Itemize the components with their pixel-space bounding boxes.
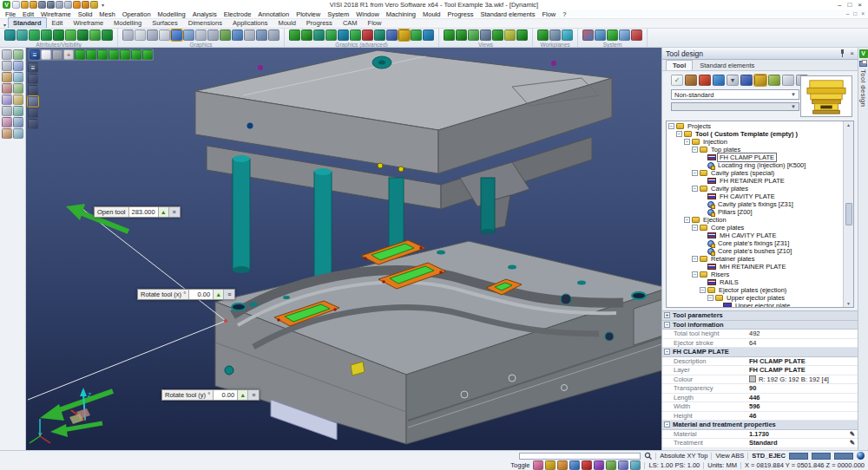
view-manager-icon[interactable] [444, 29, 455, 41]
ribbon-tab-wireframe[interactable]: Wireframe [68, 17, 108, 28]
property-value[interactable]: 90 [749, 384, 858, 392]
workplane-shaded-icon[interactable] [52, 49, 62, 60]
tree-item-upper-ejector-plates[interactable]: −Upper ejector plates [667, 294, 843, 302]
user-profile-icon[interactable] [569, 460, 580, 470]
tree-scrollbar[interactable]: ▲ ▼ [843, 121, 853, 307]
capture-image-icon[interactable] [244, 29, 255, 41]
translate-elements-icon[interactable] [2, 106, 12, 116]
property-value[interactable]: Standard✎ [749, 439, 858, 447]
measure-distance-icon[interactable] [2, 95, 12, 105]
save-all-icon[interactable] [47, 1, 55, 9]
refresh-screen-icon[interactable] [350, 29, 361, 41]
tree-expander-icon[interactable]: − [684, 139, 690, 145]
ribbon-tab-mould[interactable]: Mould [273, 17, 300, 28]
sketch-plane-view-icon[interactable] [492, 29, 503, 41]
quick-access-customize-caret-icon[interactable]: ▾ [100, 2, 106, 8]
hide-elements-icon[interactable] [65, 29, 76, 41]
axonometric-view-icon[interactable] [456, 29, 467, 41]
transparency-mode-icon[interactable] [195, 29, 207, 41]
edit-icon[interactable]: ✎ [850, 430, 858, 438]
workplane-star-icon[interactable] [594, 460, 604, 470]
hidden-line-display-icon[interactable] [28, 85, 38, 95]
snap-intersection-icon[interactable] [13, 83, 23, 94]
rotate-elements-icon[interactable] [13, 106, 23, 116]
mdi-close-button[interactable]: × [861, 10, 865, 16]
print-icon[interactable] [64, 1, 72, 9]
property-value[interactable]: R: 192 G: 192 B: 192 [4] [749, 375, 858, 383]
exit-session-icon[interactable] [631, 29, 642, 41]
property-value[interactable]: 46 [749, 412, 858, 420]
visibility-by-type-icon[interactable] [89, 29, 101, 41]
printer-icon[interactable] [859, 61, 867, 67]
hidden-line-mode-icon[interactable] [135, 29, 146, 41]
open-tool-value[interactable]: 283.000 [129, 207, 159, 217]
flat-shaded-mode-icon[interactable] [159, 29, 170, 41]
maximize-button[interactable]: □ [847, 1, 852, 9]
scroll-up-icon[interactable]: ▲ [846, 122, 851, 127]
tree-item-projects[interactable]: −Projects [667, 122, 843, 130]
pan-view-icon[interactable] [326, 29, 337, 41]
delete-component-icon[interactable] [699, 75, 711, 86]
tree-item-mh-cavity-plate[interactable]: MH CAVITY PLATE [667, 232, 843, 239]
fast-redraw-icon[interactable] [411, 29, 422, 41]
shaded-display-icon[interactable] [28, 96, 38, 107]
mdi-restore-button[interactable]: □ [853, 10, 857, 16]
tree-item-ejection[interactable]: −Ejection [667, 216, 843, 224]
tree-expander-icon[interactable]: − [700, 287, 706, 293]
tree-expander-icon[interactable]: − [692, 271, 698, 277]
magnifier-icon[interactable] [374, 29, 385, 41]
global-visibility-icon[interactable] [102, 29, 113, 41]
wireframe-mode-icon[interactable] [122, 29, 134, 41]
tree-item-cavity-plate-s-fixings-z31-[interactable]: Cavity plate's fixings [Z31] [667, 200, 843, 208]
orbit-view-icon[interactable] [618, 460, 628, 470]
session-folder-icon[interactable] [557, 460, 568, 470]
shaded-edges-mode-icon[interactable] [183, 29, 194, 41]
section-capture-icon[interactable] [220, 29, 231, 41]
menu-item-machining[interactable]: Machining [383, 10, 419, 18]
tree-item-injection[interactable]: −Injection [667, 138, 843, 146]
shaded-mode-icon[interactable] [171, 29, 182, 41]
selection-filter-icon[interactable] [29, 29, 40, 41]
rotate-x-value[interactable]: 0.00 [189, 290, 214, 299]
tree-item-cavity-plates-special-[interactable]: −Cavity plates (special) [667, 169, 843, 177]
viewport-menu-icon[interactable]: ≡ [28, 62, 38, 73]
select-elements-icon[interactable] [2, 49, 12, 60]
update-tool-icon[interactable] [713, 75, 725, 86]
tree-expander-icon[interactable]: − [692, 170, 698, 176]
mdi-minimize-button[interactable]: – [846, 10, 850, 16]
front-view-icon[interactable] [108, 49, 119, 60]
tree-expander-icon[interactable]: − [676, 131, 682, 137]
highlight-filter-icon[interactable] [398, 29, 410, 41]
list-view-icon[interactable] [606, 460, 616, 470]
bottom-view-icon[interactable] [97, 49, 108, 60]
menu-item-mould[interactable]: Mould [419, 10, 444, 18]
tree-item-core-plate-s-bushes-z10-[interactable]: Core plate's bushes [Z10] [667, 247, 843, 255]
component-catalogue-icon[interactable] [754, 75, 766, 86]
open-tool-apply-icon[interactable]: ▲ [159, 207, 169, 217]
tree-expander-icon[interactable]: − [692, 256, 698, 262]
panel-tab-tool[interactable]: Tool [666, 60, 693, 70]
tool-type-dropdown[interactable]: Non-standard ▼ [671, 89, 799, 100]
toggle-label[interactable]: Toggle [510, 461, 529, 469]
visi-mini-logo-icon[interactable]: V [859, 49, 868, 58]
display-mode-icon[interactable]: ▾ [727, 75, 739, 86]
box-selection-icon[interactable] [2, 61, 12, 71]
scrollbar-thumb[interactable] [845, 203, 852, 225]
tree-item-upper-ejector-plate[interactable]: Upper ejector plate [667, 302, 843, 308]
transparent-display-icon[interactable] [28, 108, 38, 118]
menu-item-standard-elements[interactable]: Standard elements [477, 10, 538, 18]
viewport-3d[interactable]: Z Y ≡+ ≡ Open tool 283.000 ▲ ≡ Rotate to… [26, 48, 661, 450]
ghost-mode-icon[interactable] [147, 29, 158, 41]
tree-item-fh-retainer-plate[interactable]: FH RETAINER PLATE [667, 177, 843, 185]
ribbon-tab-standard[interactable]: Standard [8, 17, 47, 28]
rotate-y-value[interactable]: 0.00 [214, 390, 238, 400]
snap-settings-icon[interactable] [582, 460, 592, 470]
property-value[interactable]: 1.1730✎ [749, 430, 858, 438]
select-by-colour-icon[interactable] [13, 49, 23, 60]
tree-item-top-plates[interactable]: −Top plates [667, 146, 843, 153]
rotate-y-apply-icon[interactable]: ▲ [238, 390, 248, 400]
swap-visibility-icon[interactable] [77, 29, 89, 41]
view-context-menu-icon[interactable]: ≡ [30, 49, 40, 60]
lens-view-icon[interactable] [386, 29, 398, 41]
dynamic-view-icon[interactable] [480, 29, 491, 41]
